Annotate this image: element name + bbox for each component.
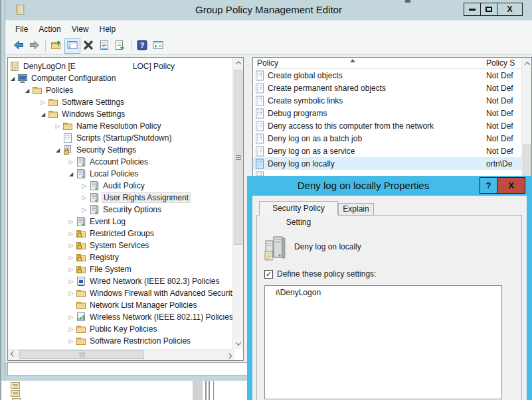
expander-expanded-icon[interactable]: ◢ — [23, 88, 32, 94]
tree-item-software-settings[interactable]: ▷Software Settings — [8, 96, 126, 108]
checkbox-checked-icon[interactable]: ✓ — [264, 270, 273, 279]
tree-horizontal-scrollbar[interactable] — [8, 349, 234, 360]
expander-collapsed-icon[interactable]: ▷ — [66, 242, 76, 249]
properties-button[interactable] — [96, 38, 112, 54]
show-console-tree-button[interactable] — [64, 38, 80, 54]
tree-item-audit-policy[interactable]: ▷Audit Policy — [8, 180, 146, 192]
menu-help[interactable]: Help — [94, 23, 122, 36]
close-button[interactable]: X — [497, 3, 523, 16]
expander-collapsed-icon[interactable]: ▷ — [66, 218, 76, 225]
scroll-right-button[interactable] — [224, 350, 234, 360]
expander-collapsed-icon[interactable]: ▷ — [80, 182, 89, 189]
tree-item-event-log[interactable]: ▷Event Log — [8, 216, 127, 228]
new-window-button[interactable] — [150, 38, 166, 54]
expander-expanded-icon[interactable]: ◢ — [39, 111, 48, 117]
column-header-policy-setting[interactable]: Policy S — [486, 58, 515, 68]
member-entry[interactable]: ı\DenyLogon — [265, 286, 501, 297]
tab-explain[interactable]: Explain — [338, 203, 374, 216]
minimize-button[interactable] — [464, 3, 481, 16]
expander-collapsed-icon[interactable]: ▷ — [66, 230, 76, 237]
members-listbox[interactable]: ı\DenyLogon — [264, 285, 502, 399]
expander-collapsed-icon[interactable]: ▷ — [80, 194, 89, 201]
expander-collapsed-icon[interactable]: ▷ — [66, 314, 76, 320]
scroll-left-button[interactable] — [8, 350, 19, 360]
tree-item-windows-settings[interactable]: ◢Windows Settings — [8, 108, 126, 120]
tree-item-network-list-manager-policies[interactable]: Network List Manager Policies — [8, 299, 198, 311]
expander-collapsed-icon[interactable]: ▷ — [66, 290, 76, 297]
tree-item-security-settings[interactable]: ◢Security Settings — [8, 144, 137, 156]
tree-item-label: Audit Policy — [102, 181, 146, 190]
policy-row-create-symbolic-links[interactable]: Create symbolic linksNot Def — [253, 94, 521, 107]
dialog-close-button[interactable]: X — [497, 177, 525, 194]
tree-item-system-services[interactable]: ▷System Services — [8, 239, 150, 251]
scrollbar-thumb[interactable] — [234, 70, 242, 245]
policy-row-deny-access-to-this-computer-from-the-network[interactable]: Deny access to this computer from the ne… — [253, 119, 521, 132]
scrollbar-thumb[interactable] — [19, 350, 144, 359]
tree-item-root[interactable]: DenyLogOn [E LOC] Policy — [8, 60, 176, 72]
dialog-help-button[interactable]: ? — [480, 177, 497, 194]
policy-row-debug-programs[interactable]: Debug programsNot Def — [253, 107, 521, 119]
tree-item-user-rights-assignment[interactable]: ▷User Rights Assignment — [8, 192, 191, 204]
policy-document-icon — [255, 121, 265, 131]
help-button[interactable]: ? — [134, 38, 150, 54]
tree-item-wired-network-ieee-802-3-policies[interactable]: ▷Wired Network (IEEE 802.3) Policies — [8, 275, 221, 287]
forward-button[interactable] — [27, 38, 43, 54]
tree-item-wireless-network-ieee-802-11-policies[interactable]: ▷Wireless Network (IEEE 802.11) Policies — [8, 311, 232, 323]
column-header-policy[interactable]: Policy — [257, 58, 278, 68]
menu-view[interactable]: View — [66, 23, 94, 36]
column-divider[interactable] — [484, 58, 484, 68]
tree-item-file-system[interactable]: ▷File System — [8, 263, 133, 275]
tree-item-restricted-groups[interactable]: ▷Restricted Groups — [8, 228, 155, 239]
policy-row-deny-log-on-as-a-batch-job[interactable]: Deny log on as a batch jobNot Def — [253, 132, 521, 145]
scroll-up-button[interactable] — [233, 58, 244, 68]
computer-icon — [17, 73, 28, 84]
title-bar[interactable]: Group Policy Management Editor X — [5, 0, 532, 20]
scroll-down-button[interactable] — [233, 338, 244, 349]
scroll-up-button[interactable] — [522, 58, 532, 69]
export-list-button[interactable] — [112, 38, 128, 54]
tree-item-public-key-policies[interactable]: ▷Public Key Policies — [8, 323, 158, 335]
menu-file[interactable]: File — [10, 23, 33, 36]
menu-action[interactable]: Action — [33, 23, 66, 36]
tree-item-label: Wired Network (IEEE 802.3) Policies — [88, 277, 221, 286]
policy-setting-value: Not Def — [486, 109, 513, 118]
expander-collapsed-icon[interactable]: ▷ — [66, 254, 76, 261]
expander-expanded-icon[interactable]: ◢ — [8, 76, 17, 82]
maximize-button[interactable] — [480, 3, 497, 16]
security-icon — [62, 145, 73, 155]
dialog-title-bar[interactable]: Deny log on locally Properties ? X — [247, 176, 532, 196]
expander-collapsed-icon[interactable]: ▷ — [66, 278, 76, 285]
up-one-level-button[interactable] — [48, 38, 64, 54]
expander-collapsed-icon[interactable]: ▷ — [80, 206, 89, 213]
policy-row-create-permanent-shared-objects[interactable]: Create permanent shared objectsNot Def — [253, 82, 521, 94]
policy-row-deny-log-on-locally[interactable]: Deny log on locallyortn\De — [253, 157, 521, 170]
expander-collapsed-icon[interactable]: ▷ — [66, 266, 76, 273]
expander-collapsed-icon[interactable]: ▷ — [66, 159, 76, 165]
menu-bar: FileActionViewHelp — [5, 20, 532, 37]
expander-collapsed-icon[interactable]: ▷ — [53, 123, 62, 129]
define-settings-checkbox[interactable]: ✓ Define these policy settings: — [264, 269, 376, 279]
tree-item-windows-firewall-with-advanced-security[interactable]: ▷Windows Firewall with Advanced Security — [8, 287, 232, 299]
tree-item-name-resolution-policy[interactable]: ▷Name Resolution Policy — [8, 120, 162, 132]
tree-item-software-restriction-policies[interactable]: ▷Software Restriction Policies — [8, 335, 192, 347]
tree-item-policies[interactable]: ◢Policies — [8, 84, 74, 96]
policy-row-create-global-objects[interactable]: Create global objectsNot Def — [253, 69, 521, 82]
tree-item-label: Scripts (Startup/Shutdown) — [75, 133, 173, 143]
policy-row-deny-log-on-as-a-service[interactable]: Deny log on as a serviceNot Def — [253, 145, 521, 157]
expander-collapsed-icon[interactable]: ▷ — [66, 338, 76, 344]
expander-expanded-icon[interactable]: ◢ — [53, 147, 62, 153]
tree-vertical-scrollbar[interactable] — [232, 58, 243, 349]
tree-item-security-options[interactable]: ▷Security Options — [8, 204, 163, 216]
delete-button[interactable] — [80, 38, 96, 54]
expander-expanded-icon[interactable]: ◢ — [66, 171, 76, 177]
expander-collapsed-icon[interactable]: ▷ — [66, 326, 76, 332]
tree-item-computer-configuration[interactable]: ◢Computer Configuration — [8, 72, 117, 84]
tree-item-registry[interactable]: ▷Registry — [8, 251, 120, 263]
tree-item-local-policies[interactable]: ◢Local Policies — [8, 168, 139, 180]
tree-item-account-policies[interactable]: ▷Account Policies — [8, 156, 149, 168]
tab-security-policy-setting[interactable]: Security Policy Setting — [259, 201, 338, 216]
back-button[interactable] — [11, 38, 27, 54]
tree-item-scripts-startup-shutdown[interactable]: Scripts (Startup/Shutdown) — [8, 132, 173, 144]
tree-item-label: Software Settings — [60, 98, 126, 107]
expander-collapsed-icon[interactable]: ▷ — [39, 99, 48, 105]
